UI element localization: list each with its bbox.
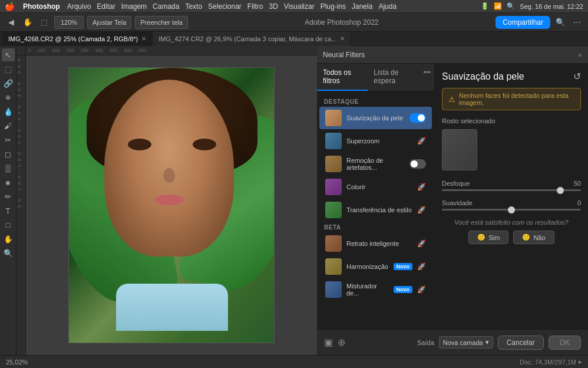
filter-name-artifact: Remoção de artefatos... [346, 157, 405, 171]
menu-texto[interactable]: Texto [185, 2, 202, 11]
move-tool[interactable]: ↖ [2, 48, 15, 61]
menu-camada[interactable]: Camada [153, 2, 179, 11]
slider-desfoque-track[interactable] [442, 189, 581, 191]
slider-suavidade-value: 0 [577, 199, 581, 206]
hand-tool[interactable]: ✋ [2, 232, 15, 245]
toggle-skin[interactable] [409, 113, 426, 123]
ok-button[interactable]: OK [549, 336, 581, 350]
app-title: Adobe Photoshop 2022 [191, 18, 492, 27]
clone-tool[interactable]: ✂ [2, 133, 15, 146]
menu-editar[interactable]: Editar [97, 2, 115, 11]
action-icon-1[interactable]: ▣ [324, 337, 333, 348]
rocket-icon-colorir: 🚀 [417, 183, 426, 191]
menu-right: 🔋 📶 🔍 Seg. 16 de mai. 12:22 [481, 2, 583, 10]
tools-panel: ↖ ⬚ 🔗 ⊕ 💧 🖌 ✂ ◻ ▒ ◉ ✏ T □ ✋ 🔍 [0, 46, 16, 355]
tab-1[interactable]: IMG_4268.CR2 @ 25% (Camada 2, RGB/8*) ✕ [2, 32, 153, 46]
menu-items: Arquivo Editar Imagem Camada Texto Selec… [67, 2, 474, 11]
ruler-corner [16, 46, 26, 55]
crop-tool[interactable]: ⊕ [2, 91, 15, 104]
cancel-button[interactable]: Cancelar [498, 336, 544, 350]
tab-2-close[interactable]: ✕ [340, 35, 345, 42]
neural-actions: ▣ ⊕ Saída Nova camada ▾ Cancelar OK [317, 329, 588, 355]
filter-thumb-colorir [325, 179, 342, 195]
output-select[interactable]: Nova camada ▾ [439, 336, 493, 349]
zoom-status: 25,02% [6, 359, 28, 366]
yes-button[interactable]: 🙂 Sim [468, 231, 508, 244]
badge-new-harmony: Novo [394, 263, 413, 270]
neural-panel-title: Neural Filters [323, 51, 365, 59]
battery-icon: 🔋 [481, 2, 489, 10]
arrow-icon[interactable]: ▸ [579, 358, 582, 366]
fit-screen-button[interactable]: Ajustar Tela [87, 16, 131, 29]
more-options-btn[interactable]: ••• [419, 64, 434, 91]
search-icon[interactable]: 🔍 [507, 2, 515, 10]
action-icon-2[interactable]: ⊕ [338, 337, 345, 348]
blur-tool[interactable]: ◉ [2, 176, 15, 189]
more-icon[interactable]: ⋯ [570, 16, 583, 29]
filter-thumb-skin [325, 110, 342, 126]
share-button[interactable]: Compartilhar [495, 16, 550, 29]
filters-tabs: Todos os filtros Lista de espera ••• [317, 64, 434, 91]
filter-name-mixer: Misturador de... [346, 282, 389, 297]
slider-desfoque-value: 50 [574, 180, 581, 187]
slider-desfoque-thumb[interactable] [557, 187, 564, 194]
menu-ajuda[interactable]: Ajuda [378, 2, 397, 11]
filter-title-text: Suavização da pele [442, 71, 524, 82]
reset-icon[interactable]: ↺ [573, 71, 581, 82]
filter-name-style: Transferência de estilo [346, 206, 412, 213]
filter-item-superzoom[interactable]: Superzoom 🚀 [319, 130, 432, 152]
filter-item-skin[interactable]: Suavização da pele [319, 107, 432, 129]
search-tool-icon[interactable]: 🔍 [554, 16, 567, 29]
satisfaction-row: Você está satisfeito com os resultados? … [442, 219, 581, 244]
text-tool[interactable]: T [2, 204, 15, 217]
select-icon[interactable]: ⬚ [38, 16, 51, 29]
yes-label: Sim [488, 234, 500, 241]
tab-1-label: IMG_4268.CR2 @ 25% (Camada 2, RGB/8*) [8, 35, 138, 42]
filter-item-style[interactable]: Transferência de estilo 🚀 [319, 199, 432, 221]
menu-filtro[interactable]: Filtro [247, 2, 263, 11]
filter-item-artifact[interactable]: Remoção de artefatos... [319, 153, 432, 175]
filter-item-harmony[interactable]: Harmonização Novo 🚀 [319, 255, 432, 278]
hand-icon[interactable]: ✋ [21, 16, 34, 29]
eraser-tool[interactable]: ◻ [2, 147, 15, 160]
main-area: ↖ ⬚ 🔗 ⊕ 💧 🖌 ✂ ◻ ▒ ◉ ✏ T □ ✋ 🔍 5 100 150 … [0, 46, 588, 355]
tab-2-label: IMG_4274.CR2 @ 26,9% (Camada 3 copiar, M… [158, 35, 336, 42]
menu-plugins[interactable]: Plug-ins [321, 2, 346, 11]
filter-item-colorir[interactable]: Colorir 🚀 [319, 176, 432, 198]
select-tool[interactable]: ⬚ [2, 63, 15, 75]
no-label: Não [533, 234, 545, 241]
menu-imagem[interactable]: Imagem [121, 2, 147, 11]
tab-1-close[interactable]: ✕ [141, 35, 146, 42]
gradient-tool[interactable]: ▒ [2, 162, 15, 175]
filter-name-skin: Suavização da pele [346, 114, 405, 121]
output-label: Saída [417, 339, 434, 346]
filter-item-mixer[interactable]: Misturador de... Novo 🚀 [319, 278, 432, 301]
filter-name-superzoom: Superzoom [346, 137, 412, 144]
slider-suavidade-thumb[interactable] [508, 206, 515, 213]
menu-visualizar[interactable]: Visualizar [284, 2, 315, 11]
menu-janela[interactable]: Janela [352, 2, 372, 11]
tab-waiting[interactable]: Lista de espera [368, 64, 419, 91]
slider-suavidade-track[interactable] [442, 209, 581, 211]
toggle-artifact[interactable] [409, 159, 426, 169]
shape-tool[interactable]: □ [2, 218, 15, 231]
rocket-icon-mixer: 🚀 [417, 285, 426, 294]
neural-panel-header: Neural Filters » [317, 46, 588, 64]
no-button[interactable]: 🙁 Não [513, 231, 554, 244]
back-icon[interactable]: ◀ [5, 16, 18, 29]
eyedrop-tool[interactable]: 💧 [2, 105, 15, 118]
neural-expand-icon[interactable]: » [578, 51, 582, 59]
pen-tool[interactable]: ✏ [2, 190, 15, 203]
canvas-content [26, 55, 317, 355]
tab-all-filters[interactable]: Todos os filtros [317, 64, 368, 91]
menu-arquivo[interactable]: Arquivo [67, 2, 91, 11]
tab-2[interactable]: IMG_4274.CR2 @ 26,9% (Camada 3 copiar, M… [153, 32, 351, 46]
menu-3d[interactable]: 3D [269, 2, 278, 11]
menu-selecionar[interactable]: Selecionar [208, 2, 242, 11]
filter-item-portrait[interactable]: Retrato inteligente 🚀 [319, 232, 432, 255]
filter-thumb-artifact [325, 156, 342, 172]
lasso-tool[interactable]: 🔗 [2, 77, 15, 90]
zoom-tool[interactable]: 🔍 [2, 247, 15, 259]
brush-tool[interactable]: 🖌 [2, 119, 15, 132]
fill-screen-button[interactable]: Preencher tela [135, 16, 188, 29]
